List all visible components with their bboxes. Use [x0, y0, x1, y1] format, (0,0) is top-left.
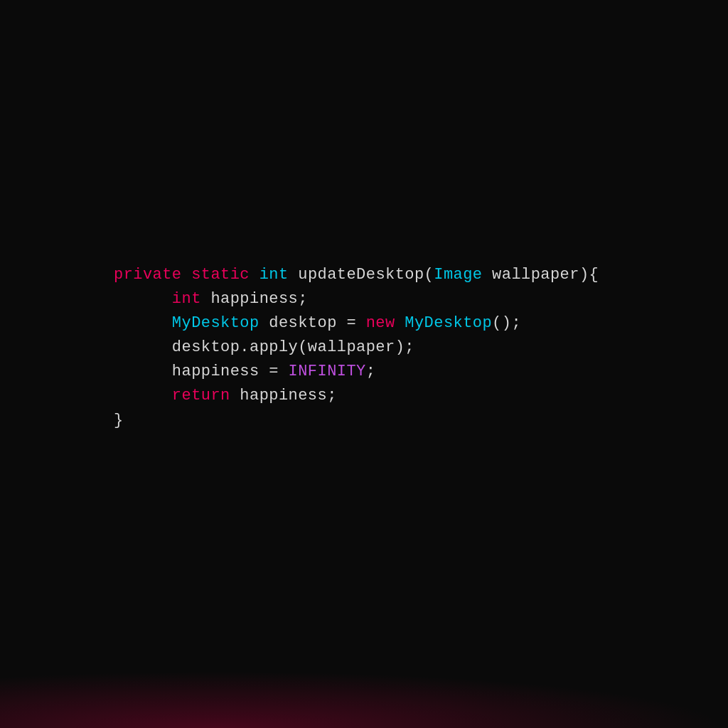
code-line-2: int happiness; [114, 287, 599, 311]
code-block: private static int updateDesktop(Image w… [114, 263, 599, 433]
code-line-3: MyDesktop desktop = new MyDesktop(); [114, 311, 599, 336]
code-line-5: happiness = INFINITY; [114, 360, 599, 384]
code-line-6: return happiness; [114, 384, 599, 408]
screen: private static int updateDesktop(Image w… [0, 0, 728, 728]
code-line-4: desktop.apply(wallpaper); [114, 336, 599, 360]
code-line-7: } [114, 409, 599, 433]
code-line-1: private static int updateDesktop(Image w… [114, 263, 599, 287]
